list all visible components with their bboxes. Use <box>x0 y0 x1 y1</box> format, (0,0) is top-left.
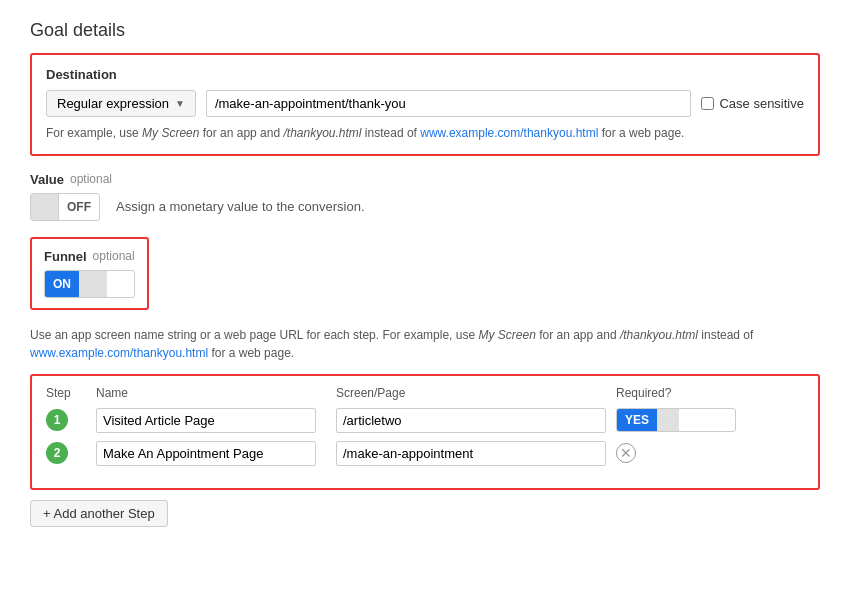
value-label-row: Value optional <box>30 172 820 187</box>
step1-screen-cell <box>336 408 616 433</box>
step1-required-cell: YES <box>616 408 736 432</box>
funnel-label: Funnel <box>44 249 87 264</box>
example-italic2: /thankyou.html <box>283 126 361 140</box>
destination-section: Destination Regular expression ▼ Case se… <box>30 53 820 156</box>
funnel-table: Step Name Screen/Page Required? 1 YES <box>30 374 820 490</box>
funnel-toggle[interactable]: ON <box>44 270 135 298</box>
value-row: OFF Assign a monetary value to the conve… <box>30 193 820 221</box>
funnel-section: Funnel optional ON Use an app screen nam… <box>30 237 820 527</box>
value-toggle[interactable]: OFF <box>30 193 100 221</box>
funnel-toggle-label: ON <box>45 271 79 297</box>
step1-name-cell <box>96 408 336 433</box>
chevron-down-icon: ▼ <box>175 98 185 109</box>
table-row: 2 ✕ <box>46 441 804 466</box>
funnel-toggle-handle <box>79 270 107 298</box>
funnel-desc-prefix: Use an app screen name string or a web p… <box>30 328 478 342</box>
page-title: Goal details <box>30 20 820 41</box>
example-url[interactable]: www.example.com/thankyou.html <box>420 126 598 140</box>
col-required-header: Required? <box>616 386 736 400</box>
step1-screen-input[interactable] <box>336 408 606 433</box>
step1-name-input[interactable] <box>96 408 316 433</box>
funnel-desc-mid2: instead of <box>698 328 753 342</box>
funnel-title-row: Funnel optional <box>44 249 135 264</box>
col-screen-header: Screen/Page <box>336 386 616 400</box>
example-mid2: instead of <box>362 126 421 140</box>
funnel-desc-italic1: My Screen <box>478 328 535 342</box>
step2-cell: 2 <box>46 442 96 464</box>
case-sensitive-text: Case sensitive <box>719 96 804 111</box>
example-suffix: for a web page. <box>598 126 684 140</box>
step2-screen-cell <box>336 441 616 466</box>
step1-yes-label: YES <box>617 409 657 431</box>
add-step-button[interactable]: + Add another Step <box>30 500 168 527</box>
step2-screen-input[interactable] <box>336 441 606 466</box>
value-description: Assign a monetary value to the conversio… <box>116 199 365 214</box>
table-row: 1 YES <box>46 408 804 433</box>
step2-name-input[interactable] <box>96 441 316 466</box>
value-optional: optional <box>70 172 112 186</box>
regex-dropdown-label: Regular expression <box>57 96 169 111</box>
step1-required-toggle[interactable]: YES <box>616 408 736 432</box>
step1-circle: 1 <box>46 409 68 431</box>
step1-yes-handle <box>657 408 679 432</box>
example-mid1: for an app and <box>199 126 283 140</box>
destination-input[interactable] <box>206 90 692 117</box>
step2-name-cell <box>96 441 336 466</box>
funnel-desc-suffix: for a web page. <box>208 346 294 360</box>
col-name-header: Name <box>96 386 336 400</box>
funnel-desc-mid: for an app and <box>536 328 620 342</box>
toggle-handle <box>31 193 59 221</box>
example-prefix: For example, use <box>46 126 142 140</box>
destination-row: Regular expression ▼ Case sensitive <box>46 90 804 117</box>
regex-dropdown[interactable]: Regular expression ▼ <box>46 90 196 117</box>
case-sensitive-label[interactable]: Case sensitive <box>701 96 804 111</box>
funnel-description: Use an app screen name string or a web p… <box>30 326 820 362</box>
destination-label: Destination <box>46 67 804 82</box>
destination-example: For example, use My Screen for an app an… <box>46 125 804 142</box>
funnel-table-header: Step Name Screen/Page Required? <box>46 386 804 400</box>
col-step-header: Step <box>46 386 96 400</box>
example-italic1: My Screen <box>142 126 199 140</box>
value-toggle-label: OFF <box>59 200 99 214</box>
case-sensitive-checkbox[interactable] <box>701 97 714 110</box>
value-label: Value <box>30 172 64 187</box>
funnel-optional: optional <box>93 249 135 263</box>
step2-circle: 2 <box>46 442 68 464</box>
step2-remove-button[interactable]: ✕ <box>616 443 636 463</box>
value-section: Value optional OFF Assign a monetary val… <box>30 172 820 221</box>
funnel-toggle-box: Funnel optional ON <box>30 237 149 310</box>
funnel-desc-url[interactable]: www.example.com/thankyou.html <box>30 346 208 360</box>
funnel-desc-italic2: /thankyou.html <box>620 328 698 342</box>
step1-cell: 1 <box>46 409 96 431</box>
funnel-label-row: Funnel optional ON <box>30 237 820 318</box>
step2-required-cell: ✕ <box>616 443 736 463</box>
